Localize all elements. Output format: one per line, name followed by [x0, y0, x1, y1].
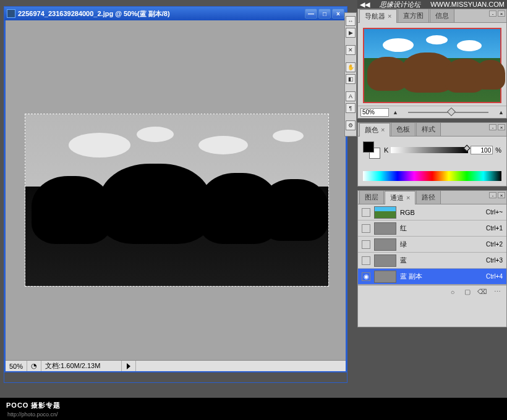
document-title: 2256974_231639284000_2.jpg @ 50%(蓝 副本/8)	[18, 9, 305, 19]
channel-shortcut: Ctrl+2	[486, 241, 503, 248]
channel-name: 红	[400, 224, 482, 233]
tab-layers[interactable]: 图层	[359, 190, 384, 204]
zoom-value[interactable]: 50%	[9, 363, 23, 370]
tool-hand-icon[interactable]: ✋	[346, 62, 356, 72]
document-statusbar: 50% ◔ 文档:1.60M/2.13M	[6, 360, 346, 371]
visibility-icon[interactable]	[362, 208, 370, 217]
nav-zoom-slider[interactable]	[408, 112, 488, 113]
panel-min-icon[interactable]: -	[489, 10, 496, 17]
footer-url: http://photo.poco.cn/	[7, 411, 58, 418]
navigator-thumbnail[interactable]	[363, 28, 501, 103]
channel-name: RGB	[400, 209, 482, 216]
channel-shortcut: Ctrl+1	[486, 225, 503, 232]
tab-color[interactable]: 颜色×	[359, 123, 390, 136]
document-body: 50% ◔ 文档:1.60M/2.13M	[4, 20, 347, 372]
channel-thumb	[374, 271, 396, 283]
channel-shortcut: Ctrl+3	[486, 257, 503, 264]
load-selection-icon[interactable]: ○	[448, 288, 457, 296]
document-titlebar[interactable]: 2256974_231639284000_2.jpg @ 50%(蓝 副本/8)…	[4, 7, 347, 20]
menu-icon[interactable]: ⋯	[493, 288, 501, 296]
k-input[interactable]	[471, 146, 493, 154]
tool-arrange-icon[interactable]: ↔	[346, 16, 356, 26]
tab-histogram[interactable]: 直方图	[398, 9, 429, 22]
tool-play-icon[interactable]: ▶	[346, 28, 356, 38]
channel-thumb	[374, 222, 396, 235]
channel-row[interactable]: 红Ctrl+1	[358, 220, 506, 237]
channel-name: 绿	[400, 240, 482, 249]
channel-row[interactable]: 蓝Ctrl+3	[358, 253, 506, 269]
tab-navigator[interactable]: 导航器×	[359, 9, 397, 23]
app-topbar: ◀◀ 思缘设计论坛 WWW.MISSYUAN.COM	[357, 0, 507, 9]
channel-thumb	[374, 206, 396, 219]
tab-info[interactable]: 信息	[430, 9, 454, 22]
close-button[interactable]: ×	[332, 9, 344, 19]
tool-strip: ↔ ▶ ✕ ✋ ◧ A ¶ ⚙	[344, 12, 357, 136]
page-footer: POCO 摄影专题 http://photo.poco.cn/	[0, 398, 507, 420]
tool-text-icon[interactable]: A	[346, 91, 356, 101]
visibility-icon[interactable]: ◉	[362, 272, 370, 281]
channel-row[interactable]: ◉蓝 副本Ctrl+4	[358, 269, 506, 285]
tab-swatches[interactable]: 色板	[391, 122, 415, 136]
channel-row[interactable]: 绿Ctrl+2	[358, 237, 506, 253]
status-arrow[interactable]	[122, 361, 136, 371]
document-window: 2256974_231639284000_2.jpg @ 50%(蓝 副本/8)…	[4, 6, 347, 383]
tool-split-icon[interactable]: ◧	[346, 74, 356, 84]
ps-icon	[7, 9, 15, 18]
channel-row[interactable]: RGBCtrl+~	[358, 204, 506, 220]
k-label: K	[384, 146, 388, 154]
tool-gear-icon[interactable]: ⚙	[346, 120, 356, 130]
footer-brand: POCO 摄影专题	[6, 401, 61, 409]
tab-paths[interactable]: 路径	[416, 190, 441, 204]
zoom-in-icon[interactable]: ▲	[498, 109, 504, 116]
color-swatch[interactable]	[363, 141, 380, 159]
channel-shortcut: Ctrl+4	[486, 273, 503, 280]
tab-channels[interactable]: 通道×	[385, 191, 415, 204]
spectrum-bar[interactable]	[363, 171, 501, 181]
canvas-image	[25, 114, 328, 286]
visibility-icon[interactable]	[362, 224, 370, 233]
channel-name: 蓝 副本	[400, 272, 482, 281]
visibility-icon[interactable]	[362, 256, 370, 265]
status-icon[interactable]: ◔	[27, 361, 41, 371]
maximize-button[interactable]: □	[318, 9, 331, 19]
channels-footer: ○ ▢ ⌫ ⋯	[358, 285, 506, 298]
channel-shortcut: Ctrl+~	[486, 209, 503, 216]
k-slider[interactable]	[391, 147, 468, 153]
tool-wand-icon[interactable]: ✕	[346, 45, 356, 55]
tab-styles[interactable]: 样式	[416, 122, 441, 136]
panel-close-icon[interactable]: ×	[498, 124, 505, 130]
tool-paragraph-icon[interactable]: ¶	[346, 103, 356, 113]
save-selection-icon[interactable]: ▢	[463, 288, 472, 296]
visibility-icon[interactable]	[362, 240, 370, 249]
navigator-panel: -× 导航器× 直方图 信息 ▲ ▲	[357, 9, 507, 119]
channel-thumb	[374, 254, 396, 267]
panel-min-icon[interactable]: -	[489, 124, 496, 130]
color-panel: -× 颜色× 色板 样式 K %	[357, 122, 507, 187]
brand-url: WWW.MISSYUAN.COM	[430, 1, 505, 8]
channel-name: 蓝	[400, 256, 482, 265]
panel-close-icon[interactable]: ×	[498, 192, 505, 198]
arrows-icon: ◀◀	[360, 1, 370, 9]
zoom-out-icon[interactable]: ▲	[393, 109, 398, 116]
k-unit: %	[495, 146, 501, 154]
brand-label: 思缘设计论坛	[375, 0, 425, 9]
delete-icon[interactable]: ⌫	[478, 288, 487, 296]
doc-info: 文档:1.60M/2.13M	[45, 361, 100, 371]
panel-close-icon[interactable]: ×	[498, 10, 505, 17]
canvas[interactable]	[25, 114, 328, 286]
minimize-button[interactable]: —	[305, 9, 317, 19]
nav-zoom-input[interactable]	[360, 108, 389, 117]
channels-panel: -× 图层 通道× 路径 RGBCtrl+~红Ctrl+1绿Ctrl+2蓝Ctr…	[357, 190, 507, 327]
panel-min-icon[interactable]: -	[489, 192, 496, 198]
channel-thumb	[374, 238, 396, 251]
